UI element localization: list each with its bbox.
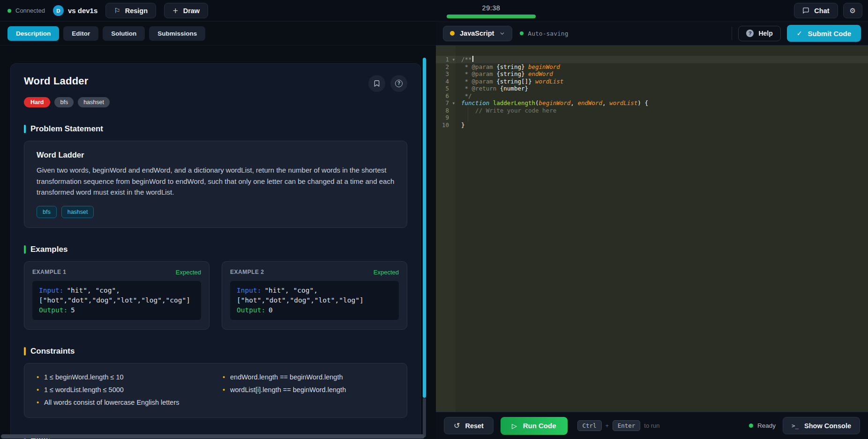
code-line-3[interactable]: 3 * @param {string} endWord [436, 70, 868, 78]
statement-tags: bfs hashset [37, 206, 395, 218]
connected-dot-icon [7, 9, 11, 13]
editor-footer: ↺ Reset ▷ Run Code Ctrl + Enter to run R… [436, 412, 868, 439]
problem-help-button[interactable]: ? [390, 75, 407, 92]
bookmark-icon [373, 80, 381, 87]
show-console-button[interactable]: >_ Show Console [783, 417, 860, 434]
code-line-2[interactable]: 2 * @param {string} beginWord [436, 63, 868, 71]
ctrl-key: Ctrl [577, 420, 602, 431]
code-text: } [456, 121, 465, 129]
code-text: /** [456, 56, 473, 63]
code-line-8[interactable]: 8 // Write your code here [436, 107, 868, 114]
code-line-1[interactable]: 1▾/** [436, 56, 868, 63]
code-line-4[interactable]: 4 * @param {string[]} wordList [436, 78, 868, 85]
draw-button[interactable]: + Draw [164, 3, 208, 18]
problem-badges: Hard bfs hashset [24, 97, 407, 107]
console-label: Show Console [804, 422, 851, 430]
output-label: Output: [237, 306, 265, 314]
constraint-item: endWord.length == beginWord.length [223, 371, 395, 384]
problem-tabs: Description Editor Solution Submissions [0, 22, 436, 45]
code-editor[interactable]: 1▾/**2 * @param {string} beginWord3 * @p… [436, 45, 868, 412]
chat-bubble-icon [802, 7, 809, 14]
question-circle-icon: ? [395, 80, 403, 87]
code-text: * @return {number} [456, 85, 528, 92]
line-number: 8 [436, 107, 456, 114]
constraint-item: 1 ≤ wordList.length ≤ 5000 [37, 384, 209, 396]
connection-status: Connected [7, 7, 45, 14]
reset-button[interactable]: ↺ Reset [444, 417, 494, 434]
tab-submissions[interactable]: Submissions [149, 26, 205, 41]
language-dot-icon [450, 31, 455, 36]
help-button[interactable]: ? Help [738, 26, 780, 41]
terminal-icon: >_ [792, 422, 799, 429]
horizontal-scrollbar-thumb[interactable] [1, 434, 425, 439]
topic-tag: hashset [78, 97, 110, 107]
vertical-scrollbar-thumb[interactable] [423, 58, 426, 398]
code-line-10[interactable]: 10} [436, 121, 868, 129]
language-label: JavaScript [460, 30, 494, 37]
gear-icon: ⚙ [850, 7, 856, 15]
play-icon: ▷ [512, 422, 517, 430]
resign-button[interactable]: ⚐ Resign [105, 3, 156, 18]
problem-actions: ? [368, 75, 407, 92]
runner-status: Ready [749, 422, 776, 429]
timer-progress-bar [447, 15, 536, 18]
examples-row: EXAMPLE 1 Expected Input:"hit", "cog", [… [24, 261, 407, 330]
kbd-joiner: + [606, 423, 609, 429]
input-label: Input: [237, 287, 261, 294]
statement-heading: Problem Statement [30, 124, 103, 134]
constraint-item: wordList[i].length == beginWord.length [223, 384, 395, 396]
language-dropdown[interactable]: JavaScript [443, 26, 512, 41]
example-label: EXAMPLE 1 [32, 269, 67, 275]
opponent-label: vs dev1s [68, 7, 97, 15]
code-line-5[interactable]: 5 * @return {number} [436, 85, 868, 92]
section-accent-bar [24, 245, 26, 254]
reset-icon: ↺ [454, 421, 460, 430]
tab-editor[interactable]: Editor [63, 26, 98, 41]
fold-arrow-icon[interactable]: ▾ [452, 56, 455, 64]
top-bar-left: Connected D vs dev1s ⚐ Resign + Draw [7, 3, 208, 18]
line-number: 9 [436, 114, 456, 121]
statement-card-title: Word Ladder [37, 151, 395, 159]
constraints-heading: Constraints [30, 347, 75, 356]
chat-label: Chat [814, 7, 829, 15]
code-line-7[interactable]: 7▾function ladderLength(beginWord, endWo… [436, 99, 868, 107]
code-text: */ [456, 92, 472, 100]
top-bar-right: Chat ⚙ [794, 3, 862, 18]
tab-solution[interactable]: Solution [103, 26, 145, 41]
section-accent-bar [24, 347, 26, 356]
connection-label: Connected [15, 7, 45, 14]
vertical-scrollbar-track [423, 398, 426, 437]
editor-footer-right: Ready >_ Show Console [749, 417, 860, 434]
statement-card: Word Ladder Given two words, beginWord a… [24, 141, 407, 228]
code-text: * @param {string[]} wordList [456, 78, 563, 85]
submit-code-button[interactable]: ✓ Submit Code [787, 25, 861, 42]
output-label: Output: [39, 306, 67, 314]
tab-description[interactable]: Description [7, 26, 59, 41]
problem-pane: Description Editor Solution Submissions … [0, 22, 436, 439]
chat-button[interactable]: Chat [794, 3, 838, 18]
code-line-6[interactable]: 6 */ [436, 92, 868, 100]
code-line-9[interactable]: 9 [436, 114, 868, 121]
example-label: EXAMPLE 2 [230, 269, 264, 275]
editor-pane: JavaScript Auto-saving ? Help ✓ Submit C… [436, 22, 868, 439]
run-code-button[interactable]: ▷ Run Code [501, 417, 568, 435]
line-number: 5 [436, 85, 456, 92]
section-accent-bar [24, 125, 26, 133]
topic-tag: bfs [54, 97, 74, 107]
chevron-down-icon [499, 30, 505, 37]
statement-section-header: Problem Statement [24, 124, 407, 134]
code-text [456, 114, 461, 121]
line-number: 6 [436, 92, 456, 100]
bookmark-button[interactable] [368, 75, 385, 92]
output-value: 0 [269, 306, 273, 314]
fold-arrow-icon[interactable]: ▾ [452, 100, 455, 107]
kbd-suffix: to run [644, 422, 659, 429]
input-list: ["hot","dot","dog","lot","log","cog"] [39, 295, 195, 305]
input-label: Input: [39, 287, 63, 294]
header-divider [732, 27, 732, 40]
output-value: 5 [71, 306, 75, 314]
code-text: // Write your code here [456, 107, 556, 114]
settings-button[interactable]: ⚙ [843, 3, 862, 18]
example-header: EXAMPLE 1 Expected [32, 269, 201, 276]
constraints-card: 1 ≤ beginWord.length ≤ 10 1 ≤ wordList.l… [24, 363, 407, 418]
